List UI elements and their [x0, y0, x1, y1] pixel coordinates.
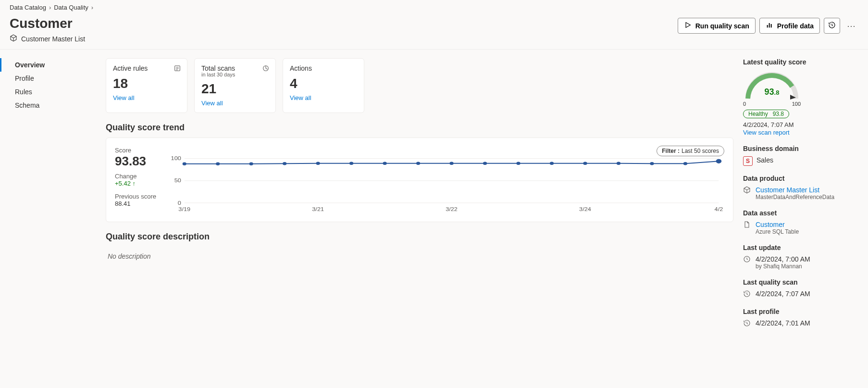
card-value: 21	[201, 81, 269, 97]
svg-rect-1	[767, 25, 768, 27]
score-value: 93.83	[115, 154, 158, 169]
button-label: Run quality scan	[695, 22, 749, 30]
svg-text:0: 0	[178, 200, 181, 206]
svg-point-15	[283, 162, 286, 165]
side-navigation: Overview Profile Rules Schema	[0, 50, 96, 337]
run-quality-scan-button[interactable]: Run quality scan	[678, 18, 756, 34]
svg-point-22	[516, 162, 520, 165]
last-update-title: Last update	[743, 244, 858, 251]
bar-chart-icon	[766, 21, 773, 30]
trend-chart: 0501003/193/213/223/244/2	[168, 156, 724, 214]
page-subtitle: Customer Master List	[21, 35, 85, 43]
svg-point-20	[450, 162, 454, 165]
svg-text:3/24: 3/24	[579, 207, 591, 213]
svg-point-25	[617, 162, 620, 165]
nav-schema[interactable]: Schema	[0, 99, 96, 112]
cube-icon	[10, 34, 17, 43]
gauge: 93.8	[743, 70, 801, 105]
history-icon	[828, 21, 836, 30]
svg-point-16	[316, 162, 320, 165]
svg-point-19	[416, 162, 420, 165]
card-title: Active rules	[113, 64, 180, 72]
svg-text:3/21: 3/21	[312, 207, 324, 213]
filter-label: Filter :	[662, 148, 680, 154]
nav-profile[interactable]: Profile	[0, 72, 96, 85]
svg-point-13	[216, 162, 220, 165]
rules-icon	[174, 64, 181, 74]
card-value: 4	[290, 76, 357, 91]
play-icon	[684, 21, 692, 30]
svg-text:100: 100	[171, 156, 181, 161]
previous-score-label: Previous score	[115, 193, 158, 200]
card-subtitle: in last 30 days	[201, 72, 269, 77]
svg-point-14	[249, 162, 253, 165]
profile-data-button[interactable]: Profile data	[759, 18, 820, 34]
health-pill: Healthy 93.8	[743, 110, 789, 118]
change-label: Change	[115, 173, 158, 180]
svg-text:50: 50	[174, 178, 181, 184]
svg-point-18	[383, 162, 387, 165]
breadcrumb-item[interactable]: Data Catalog	[10, 4, 46, 11]
view-scan-report-link[interactable]: View scan report	[743, 129, 790, 136]
last-quality-scan-time: 4/2/2024, 7:07 AM	[756, 290, 810, 298]
domain-badge-icon: S	[743, 156, 753, 166]
last-update-by: by Shafiq Mannan	[756, 263, 810, 270]
history-button[interactable]	[824, 18, 840, 34]
description-empty: No description	[106, 247, 733, 266]
file-icon	[743, 221, 752, 230]
section-title-trend: Quality score trend	[106, 123, 733, 133]
svg-text:3/22: 3/22	[446, 207, 458, 213]
breadcrumb: Data Catalog › Data Quality ›	[10, 4, 858, 11]
last-update-time: 4/2/2024, 7:00 AM	[756, 255, 810, 263]
right-panel: Latest quality score 93.8 0 100 Healthy …	[743, 58, 858, 328]
nav-overview[interactable]: Overview	[0, 58, 96, 72]
svg-point-27	[683, 162, 687, 165]
svg-point-21	[483, 162, 487, 165]
card-value: 18	[113, 76, 180, 91]
change-value: +5.42 ↑	[115, 180, 158, 187]
view-all-link[interactable]: View all	[290, 94, 311, 101]
scan-icon	[262, 64, 270, 74]
data-product-link[interactable]: Customer Master List	[756, 186, 819, 194]
data-asset-sub: Azure SQL Table	[756, 228, 799, 235]
svg-rect-2	[769, 23, 769, 27]
view-all-link[interactable]: View all	[201, 100, 223, 107]
button-label: Profile data	[777, 22, 814, 30]
svg-point-23	[550, 162, 554, 165]
nav-rules[interactable]: Rules	[0, 85, 96, 99]
last-profile-title: Last profile	[743, 308, 858, 315]
card-title: Total scans	[201, 64, 269, 72]
history-icon	[743, 290, 752, 299]
svg-point-12	[183, 162, 186, 165]
business-domain-value: Sales	[756, 156, 773, 164]
data-asset-link[interactable]: Customer	[756, 221, 785, 228]
svg-rect-3	[770, 24, 771, 27]
svg-point-28	[716, 159, 722, 163]
section-title-description: Quality score description	[106, 232, 733, 242]
view-all-link[interactable]: View all	[113, 94, 135, 101]
breadcrumb-item[interactable]: Data Quality	[54, 4, 88, 11]
filter-value: Last 50 scores	[682, 148, 719, 154]
last-profile-time: 4/2/2024, 7:01 AM	[756, 319, 810, 327]
svg-point-26	[650, 162, 654, 165]
card-title: Actions	[290, 64, 357, 72]
clock-icon	[743, 255, 752, 264]
svg-marker-0	[686, 23, 690, 28]
chevron-right-icon: ›	[91, 4, 93, 11]
history-icon	[743, 319, 752, 328]
health-label: Healthy	[748, 111, 768, 117]
chevron-right-icon: ›	[49, 4, 51, 11]
card-active-rules: Active rules 18 View all	[106, 58, 187, 113]
data-product-title: Data product	[743, 175, 858, 182]
previous-score-value: 88.41	[115, 200, 158, 207]
health-value: 93.8	[773, 111, 784, 117]
svg-text:3/19: 3/19	[178, 207, 190, 213]
business-domain-title: Business domain	[743, 145, 858, 152]
card-total-scans: Total scans in last 30 days 21 View all	[194, 58, 276, 113]
card-actions: Actions 4 View all	[283, 58, 364, 113]
latest-score-timestamp: 4/2/2024, 7:07 AM	[743, 121, 858, 128]
filter-pill[interactable]: Filter : Last 50 scores	[657, 146, 724, 156]
svg-point-17	[349, 162, 353, 165]
more-menu-icon[interactable]: ⋯	[844, 19, 858, 33]
svg-point-24	[583, 162, 587, 165]
